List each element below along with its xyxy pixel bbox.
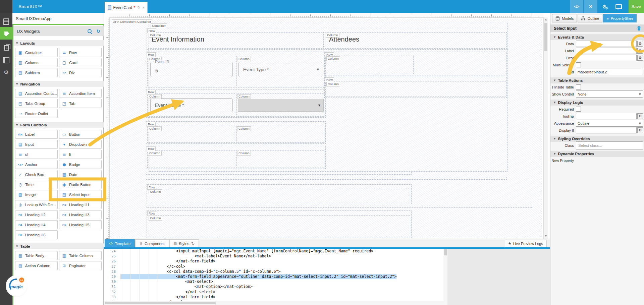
rail-item-copy[interactable] xyxy=(0,43,12,53)
panel-tab[interactable]: Outline xyxy=(578,14,602,22)
property-input[interactable] xyxy=(576,55,637,61)
gear-button[interactable]: ⚙ xyxy=(637,113,643,119)
save-button[interactable]: Save xyxy=(629,0,644,13)
scrollbar-thumb[interactable] xyxy=(544,23,547,51)
widget-item[interactable]: H1 Heading H1 xyxy=(59,200,102,209)
property-input[interactable] xyxy=(576,113,637,119)
refresh-icon[interactable]: ↻ xyxy=(96,28,100,34)
code-line[interactable]: 30 <mat-select> xyxy=(104,279,447,284)
event-id-field[interactable] xyxy=(150,62,233,77)
widget-item[interactable]: ▨ Image xyxy=(15,190,58,199)
rail-item-widgets-active[interactable] xyxy=(0,27,12,40)
event-name-field[interactable]: Event Name * xyxy=(150,98,233,112)
editor-tab[interactable]: </> Template xyxy=(105,239,135,248)
widget-item[interactable]: H6 Heading H6 xyxy=(15,230,58,239)
canvas-scrollbar[interactable]: ▲ ▼ xyxy=(543,17,548,239)
close-icon[interactable]: × xyxy=(143,6,145,10)
widget-item[interactable]: ◷ Time xyxy=(15,180,58,189)
section-header[interactable]: ▼ Table xyxy=(13,243,104,249)
property-section-header[interactable]: ▼ Dynamic Properties xyxy=(550,151,644,157)
editor-tab[interactable]: ▨ Styles ↻ xyxy=(169,239,199,248)
panel-tab[interactable]: Models xyxy=(552,14,577,22)
widget-item[interactable]: ▤ Select Input xyxy=(59,190,102,199)
code-line[interactable]: 31 <mat-option></mat-option> xyxy=(104,284,447,289)
widget-item[interactable]: ▤ Action Column xyxy=(15,261,58,270)
select-input-widget-selected[interactable]: ▼ xyxy=(238,99,324,112)
widget-item[interactable]: ◰ Tabs Group xyxy=(15,99,58,108)
gear-button[interactable]: ⚙ xyxy=(637,55,643,61)
document-tab-eventcard[interactable]: EventCard * ↻ × xyxy=(105,2,148,13)
widget-item[interactable]: ▦ Table Body xyxy=(15,251,58,260)
code-line[interactable]: 25 <mat-label>Event Name</mat-label> xyxy=(104,254,447,259)
property-checkbox[interactable] xyxy=(576,84,581,89)
section-header[interactable]: ▼ Form Controls xyxy=(13,122,104,128)
refresh-icon[interactable]: ↻ xyxy=(137,5,140,10)
widget-item[interactable]: H3 Heading H3 xyxy=(59,210,102,219)
property-input[interactable]: mat-select-input.2 xyxy=(576,69,643,75)
property-input[interactable] xyxy=(576,41,637,47)
scrollbar-thumb[interactable] xyxy=(444,249,447,255)
widget-item[interactable]: ⇢ Router Outlet xyxy=(15,109,58,118)
widget-item[interactable]: ≡ ul xyxy=(15,150,58,159)
property-checkbox[interactable] xyxy=(576,107,581,112)
widget-item[interactable]: H2 Heading H2 xyxy=(15,210,58,219)
search-icon[interactable] xyxy=(88,29,92,33)
property-checkbox[interactable] xyxy=(576,62,581,67)
canvas-row-strip[interactable] xyxy=(146,172,412,175)
rail-item-settings[interactable]: ⚙ xyxy=(0,67,12,77)
scroll-up-icon[interactable]: ▲ xyxy=(544,18,548,21)
widget-item[interactable]: ✓ Check Box xyxy=(15,170,58,179)
widget-item[interactable]: ▣ Container xyxy=(15,48,58,57)
widget-item[interactable]: ▤ Input xyxy=(15,140,58,149)
widget-item[interactable]: ◎ Lookup With De... xyxy=(15,200,58,209)
code-line[interactable]: 26 </mat-form-field> xyxy=(104,259,447,264)
widget-item[interactable]: abc Label xyxy=(15,130,58,139)
refresh-icon[interactable]: ↻ xyxy=(191,241,195,246)
widget-item[interactable]: H4 Heading H4 xyxy=(15,220,58,229)
widget-item[interactable]: ≡ Row xyxy=(59,48,102,57)
code-line[interactable]: 24 <input matInput [magic]="mgc.Event_Na… xyxy=(104,249,447,254)
widget-item[interactable]: ▭ Button xyxy=(59,130,102,139)
class-input[interactable]: Select class... xyxy=(576,141,643,149)
gear-button[interactable]: ⚙ xyxy=(637,41,643,47)
widget-item[interactable]: ▢ Card xyxy=(59,58,102,67)
code-view-button[interactable]: </> xyxy=(570,0,583,13)
code-line[interactable]: 33 </mat-form-field> xyxy=(104,295,447,300)
widget-item[interactable]: ≡ li xyxy=(59,150,102,159)
code-line[interactable]: 28 <c-col data-comp-id="c-column.5" id="… xyxy=(104,269,447,274)
property-section-header[interactable]: ▼ Table Actions xyxy=(550,77,644,83)
trash-icon[interactable] xyxy=(637,26,641,31)
widget-item[interactable]: ▤ Subform xyxy=(15,68,58,77)
code-line[interactable]: 27 </c-col> xyxy=(104,264,447,269)
widget-item[interactable]: ◳ Tab xyxy=(59,99,102,108)
gear-button[interactable]: ⚙ xyxy=(637,48,643,54)
live-preview-logs-button[interactable]: ϟ Live Preview Logs xyxy=(505,240,547,247)
widget-item[interactable]: <> Div xyxy=(59,68,102,77)
app-name-bar[interactable]: SmartUXDemoApp xyxy=(12,13,104,25)
editor-scrollbar-vertical[interactable] xyxy=(443,249,447,301)
panel-tab[interactable]: ≡ PropertyShee xyxy=(603,14,637,22)
section-header[interactable]: ▼ Navigation xyxy=(13,81,104,87)
property-select[interactable]: Outline▼ xyxy=(576,120,643,127)
scroll-down-icon[interactable]: ▼ xyxy=(544,235,548,237)
property-section-header[interactable]: ▼ Display Logic xyxy=(550,100,644,106)
canvas-column[interactable] xyxy=(326,81,506,97)
widget-item[interactable]: H5 Heading H5 xyxy=(59,220,102,229)
property-input[interactable] xyxy=(576,127,637,133)
settings-button[interactable]: ⚙ ⚙ xyxy=(599,0,611,13)
canvas-column[interactable] xyxy=(148,215,410,237)
code-line[interactable]: 32 </mat-select> xyxy=(104,290,447,295)
event-type-select[interactable]: Event Type * ▼ xyxy=(238,62,322,77)
property-section-header[interactable]: ▼ Styling Overrides xyxy=(550,136,644,142)
preview-button[interactable] xyxy=(612,0,625,13)
editor-tab[interactable]: ⚙ Component xyxy=(135,239,169,248)
widget-item[interactable]: ▥ Table Column xyxy=(59,251,102,260)
gear-button[interactable]: ⚙ xyxy=(637,127,643,133)
property-select[interactable]: None▼ xyxy=(576,90,643,98)
widget-item[interactable]: ▤ Accordion Conta... xyxy=(15,89,58,98)
widget-item[interactable]: <a> Anchor xyxy=(15,160,58,169)
widget-item[interactable]: ① Paginator xyxy=(59,261,102,270)
widget-item[interactable]: ◉ Radio Button xyxy=(59,180,102,189)
canvas-row-strip[interactable] xyxy=(146,177,507,180)
widget-item[interactable]: ▥ Column xyxy=(15,58,58,67)
